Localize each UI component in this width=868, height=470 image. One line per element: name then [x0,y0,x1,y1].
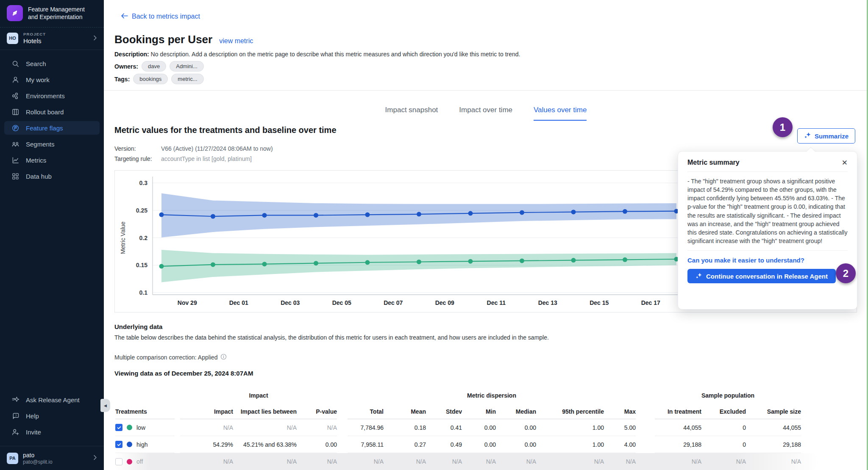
divider [687,171,848,172]
sidebar-item-data-hub[interactable]: Data hub [4,169,100,183]
owner-pill[interactable]: Admini... [170,61,204,72]
column-header-in-treatment: In treatment [655,408,701,415]
column-header-median: Median [496,408,536,415]
table-cell: 0.49 [426,441,462,448]
close-icon[interactable]: ✕ [842,159,848,166]
sidebar-item-help[interactable]: ?Help [4,409,100,423]
treatment-color-dot [127,459,132,464]
sidebar-item-rollout-board[interactable]: Rollout board [4,105,100,119]
table-cell: 0.00 [496,441,536,448]
page-title: Bookings per User [114,33,212,46]
sidebar-item-label: Help [26,412,39,420]
table-cell: 44,055 [746,424,801,431]
column-header-p-value: P-value [297,408,337,415]
table-row-off: N/AN/AN/A [180,453,337,470]
popup-title: Metric summary [687,159,740,166]
treatment-checkbox-off[interactable] [115,458,122,465]
sidebar-collapse-handle[interactable]: ◀ [100,399,110,412]
sidebar-item-search[interactable]: Search [4,57,100,70]
svg-text:0.3: 0.3 [139,180,148,186]
svg-text:Dec 03: Dec 03 [281,299,300,306]
targeting-rule-line: Targeting rule:accountType in list [gold… [114,155,252,162]
agent-icon [11,396,19,404]
svg-text:Dec 15: Dec 15 [590,299,609,306]
svg-text:Dec 07: Dec 07 [384,299,403,306]
table-cell: 29,188 [655,441,701,448]
treatment-name: low [136,424,145,431]
section-title: Metric values for the treatments and bas… [114,125,337,135]
continue-in-release-agent-button[interactable]: Continue conversation in Release Agent [687,269,836,283]
tag-pill[interactable]: metric... [171,74,203,84]
treatment-checkbox-low[interactable] [115,424,122,431]
svg-text:Dec 11: Dec 11 [487,299,506,306]
board-icon [11,108,19,116]
table-cell: 5.00 [604,424,636,431]
split-logo-icon [7,5,23,21]
table-cell: 29,188 [746,441,801,448]
sidebar-item-feature-flags[interactable]: Feature flags [4,121,100,135]
sidebar-item-my-work[interactable]: My work [4,73,100,86]
tab-bar: Impact snapshotImpact over timeValues ov… [104,106,868,121]
summary-text: - The "high" treatment group shows a sig… [687,177,848,245]
treatment-name: off [136,458,143,465]
sidebar-item-metrics[interactable]: Metrics [4,153,100,167]
back-link[interactable]: Back to metrics impact [121,13,200,20]
sidebar-item-label: Rollout board [26,108,64,116]
treatment-checkbox-high[interactable] [115,441,122,448]
table-cell: 0.00 [496,424,536,431]
app-logo-row: Feature Management and Experimentation [0,0,104,28]
table-cell: N/A [604,458,636,465]
sidebar-item-ask-release-agent[interactable]: Ask Release Agent [4,393,100,406]
tab-values-over-time[interactable]: Values over time [534,106,587,121]
simplify-question-link[interactable]: Can you make it easier to understand? [687,257,848,264]
sidebar-item-label: Environments [26,92,65,100]
tab-impact-over-time[interactable]: Impact over time [459,106,512,121]
metric-summary-popup: Metric summary ✕ - The "high" treatment … [678,151,857,310]
sidebar-footer-nav: Ask Release Agent?HelpInvite [0,386,104,441]
column-header-sample-size: Sample size [746,408,801,415]
help-icon: ? [11,412,19,420]
table-cell: N/A [180,458,233,465]
table-cell: 0 [701,441,746,448]
table-cell: N/A [536,458,604,465]
table-row-off: N/AN/AN/AN/AN/AN/AN/A [348,453,636,470]
info-icon[interactable] [220,354,227,361]
sidebar-item-invite[interactable]: Invite [4,425,100,439]
table-cell: N/A [462,458,496,465]
table-cell: N/A [746,458,801,465]
table-group-sample-population: Sample populationIn treatmentExcludedSam… [655,392,801,470]
tag-pill[interactable]: bookings [133,74,168,84]
table-cell: N/A [348,458,384,465]
environments-icon [11,92,19,100]
owner-pill[interactable]: dave [142,61,166,72]
column-header-mean: Mean [384,408,426,415]
sidebar-item-environments[interactable]: Environments [4,89,100,102]
svg-text:0.25: 0.25 [136,207,147,214]
view-metric-link[interactable]: view metric [219,37,253,45]
table-cell: N/A [701,458,746,465]
summarize-button[interactable]: Summarize [797,128,855,144]
sidebar-item-label: Feature flags [26,124,63,132]
column-header-95th-percentile: 95th percentile [536,408,604,415]
sidebar-item-segments[interactable]: Segments [4,137,100,151]
user-menu[interactable]: PA pato pato@split.io [0,446,104,470]
table-cell: N/A [297,424,337,431]
tab-impact-snapshot[interactable]: Impact snapshot [385,106,438,121]
table-cell: 0.00 [462,424,496,431]
svg-text:Dec 05: Dec 05 [332,299,351,306]
table-cell: N/A [496,458,536,465]
table-group-metric-dispersion: Metric dispersionTotalMeanStdevMinMedian… [348,392,636,470]
group-header: Impact [180,392,337,403]
project-switcher[interactable]: HO PROJECT Hotels [0,28,104,50]
sidebar-nav: SearchMy workEnvironmentsRollout boardFe… [0,50,104,183]
sidebar: Feature Management and Experimentation H… [0,0,104,470]
column-header-max: Max [604,408,636,415]
svg-text:Dec 17: Dec 17 [641,299,660,306]
table-cell: 0.41 [426,424,462,431]
treatment-color-dot [127,442,132,447]
metrics-icon [11,156,19,164]
project-name: Hotels [23,37,46,44]
table-cell: 1.00 [536,441,604,448]
project-label: PROJECT [23,32,46,36]
table-row-high: 29,188029,188 [655,436,801,453]
